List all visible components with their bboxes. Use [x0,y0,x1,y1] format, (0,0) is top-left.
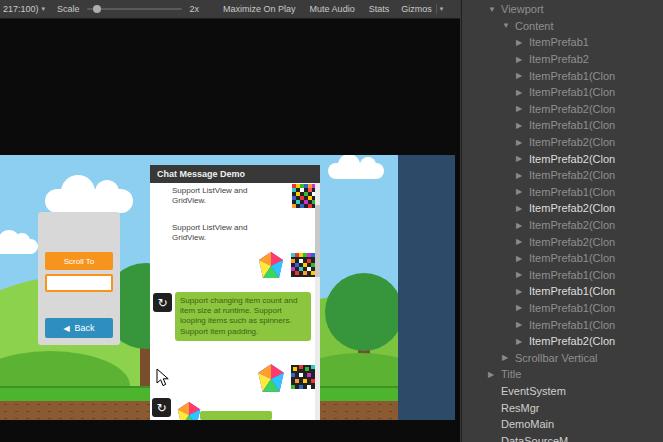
gem-image-icon [254,362,288,400]
demo-control-panel: Scroll To ◀ Back [38,212,120,345]
expand-arrow-icon[interactable]: ▶ [516,237,529,246]
hierarchy-item[interactable]: ▶ItemPrefab1(Clon [462,300,663,317]
qr-image-icon [291,365,315,393]
hierarchy-item[interactable]: ▶ItemPrefab2 [462,51,663,68]
hierarchy-item[interactable]: ▶ItemPrefab2(Clon [462,134,663,151]
hierarchy-item[interactable]: ▶ItemPrefab2(Clon [462,101,663,118]
qr-image-icon [291,253,315,281]
spinner-icon: ↻ [153,293,172,312]
hierarchy-item[interactable]: ▶ItemPrefab2(Clon [462,167,663,184]
hierarchy-item[interactable]: ▶ItemPrefab1(Clon [462,316,663,333]
back-button-label: Back [75,323,95,333]
hierarchy-item-resmgr[interactable]: ResMgr [462,399,663,416]
gizmos-caret-icon: ▾ [440,5,444,13]
hierarchy-item[interactable]: ▶ItemPrefab1(Clon [462,117,663,134]
expand-arrow-icon[interactable]: ▶ [516,204,529,213]
hierarchy-item[interactable]: ▶ItemPrefab1(Clon [462,67,663,84]
hierarchy-item[interactable]: ▶ItemPrefab2(Clon [462,217,663,234]
hierarchy-item-datasource[interactable]: DataSourceM [462,432,663,442]
expand-arrow-icon[interactable]: ▶ [516,138,529,147]
expand-arrow-icon[interactable]: ▶ [502,353,515,362]
gizmos-button[interactable]: Gizmos [401,4,432,14]
mute-audio-button[interactable]: Mute Audio [310,4,355,14]
expand-arrow-icon[interactable]: ▶ [516,337,529,346]
expand-arrow-icon[interactable]: ▶ [516,71,529,80]
scale-label: Scale [57,4,80,14]
aspect-dropdown[interactable]: 217:100) [3,4,39,14]
chat-bubble-partial [200,411,272,420]
tree-foliage [325,273,403,351]
chat-scrollbar[interactable] [315,183,320,420]
chat-scrollbar-thumb[interactable] [315,205,320,277]
stats-button[interactable]: Stats [369,4,390,14]
hierarchy-item[interactable]: ▶ItemPrefab1(Clon [462,267,663,284]
hierarchy-item[interactable]: ▶ItemPrefab1(Clon [462,184,663,201]
expand-arrow-icon[interactable]: ▶ [516,187,529,196]
scale-value: 2x [190,4,200,14]
chat-message[interactable]: Support ListView and GridView. [172,223,270,244]
expand-arrow-icon[interactable]: ▶ [516,254,529,263]
toolbar-divider [436,4,437,14]
aspect-caret-icon: ▾ [42,5,46,13]
maximize-on-play-button[interactable]: Maximize On Play [223,4,296,14]
expand-arrow-icon[interactable]: ▶ [516,171,529,180]
hierarchy-item-title[interactable]: ▶Title [462,366,663,383]
expand-arrow-icon[interactable]: ▼ [488,5,501,14]
expand-arrow-icon[interactable]: ▶ [516,287,529,296]
hierarchy-item-eventsystem[interactable]: EventSystem [462,383,663,400]
hierarchy-item[interactable]: ▶ItemPrefab2(Clon [462,200,663,217]
expand-arrow-icon[interactable]: ▶ [516,221,529,230]
cloud [328,163,384,179]
hierarchy-item[interactable]: ▶ItemPrefab1(Clon [462,283,663,300]
hierarchy-item[interactable]: ▶ItemPrefab1(Clon [462,84,663,101]
blue-side-panel [398,155,455,420]
hierarchy-item-viewport[interactable]: ▼Viewport [462,1,663,18]
expand-arrow-icon[interactable]: ▶ [516,154,529,163]
hierarchy-item[interactable]: ▶ItemPrefab1(Clon [462,250,663,267]
slider-knob-icon[interactable] [93,5,101,13]
scroll-to-button[interactable]: Scroll To [45,252,113,270]
scroll-index-input[interactable] [45,274,113,292]
expand-arrow-icon[interactable]: ▶ [516,270,529,279]
expand-arrow-icon[interactable]: ▶ [516,38,529,47]
chat-panel: Chat Message Demo Support ListView and G… [150,165,320,420]
expand-arrow-icon[interactable]: ▼ [502,21,515,30]
game-toolbar: 217:100) ▾ Scale 2x Maximize On Play Mut… [0,0,460,19]
spinner-icon: ↻ [152,398,171,417]
chat-title: Chat Message Demo [157,169,245,179]
expand-arrow-icon[interactable]: ▶ [516,303,529,312]
hierarchy-panel: ▼Viewport ▼Content ▶ItemPrefab1 ▶ItemPre… [461,0,663,442]
hierarchy-item-content[interactable]: ▼Content [462,18,663,35]
expand-arrow-icon[interactable]: ▶ [516,104,529,113]
hierarchy-item[interactable]: ▶ItemPrefab2(Clon [462,233,663,250]
hierarchy-item-scrollbar-vertical[interactable]: ▶Scrollbar Vertical [462,349,663,366]
expand-arrow-icon[interactable]: ▶ [516,88,529,97]
cloud [45,189,133,213]
chat-bubble[interactable]: Support changing item count and item siz… [175,292,311,341]
expand-arrow-icon[interactable]: ▶ [516,320,529,329]
hierarchy-item[interactable]: ▶ItemPrefab2(Clon [462,333,663,350]
expand-arrow-icon[interactable]: ▶ [488,370,501,379]
chat-header: Chat Message Demo [150,165,320,183]
scale-slider[interactable] [87,8,182,10]
hierarchy-item[interactable]: ▶ItemPrefab2(Clon [462,150,663,167]
expand-arrow-icon[interactable]: ▶ [516,55,529,64]
hierarchy-item[interactable]: ▶ItemPrefab1 [462,34,663,51]
gem-image-icon [255,250,287,286]
qr-image-icon [292,184,316,212]
back-button[interactable]: ◀ Back [45,318,113,338]
back-arrow-icon: ◀ [63,324,69,333]
hierarchy-item-demomain[interactable]: DemoMain [462,416,663,433]
chat-message[interactable]: Support ListView and GridView. [172,186,270,207]
mouse-cursor-icon [156,368,171,393]
cloud [0,239,38,254]
game-view: 217:100) ▾ Scale 2x Maximize On Play Mut… [0,0,460,442]
expand-arrow-icon[interactable]: ▶ [516,121,529,130]
